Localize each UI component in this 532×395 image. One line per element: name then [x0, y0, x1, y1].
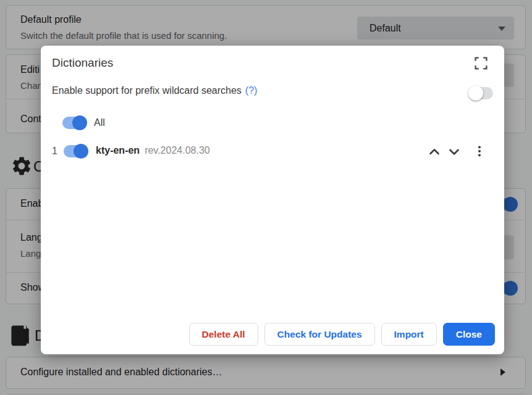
delete-all-button[interactable]: Delete All: [189, 323, 258, 346]
dictionary-toggle[interactable]: [64, 145, 87, 157]
modal-title: Dictionaries: [52, 56, 113, 70]
dictionary-index: 1: [52, 146, 57, 157]
wildcard-label: Enable support for prefix wildcard searc…: [52, 85, 242, 96]
kebab-menu-icon[interactable]: [473, 144, 486, 158]
move-up-icon[interactable]: [428, 145, 441, 159]
wildcard-row: Enable support for prefix wildcard searc…: [52, 85, 257, 96]
fullscreen-icon[interactable]: [473, 56, 488, 70]
dictionaries-modal: Dictionaries Enable support for prefix w…: [41, 46, 504, 354]
wildcard-help-link[interactable]: (?): [245, 85, 258, 96]
close-button[interactable]: Close: [443, 323, 495, 346]
dictionary-revision: rev.2024.08.30: [145, 145, 210, 156]
wildcard-toggle[interactable]: [470, 87, 493, 99]
check-for-updates-button[interactable]: Check for Updates: [264, 323, 375, 346]
all-toggle-label: All: [94, 117, 105, 128]
modal-footer: Delete All Check for Updates Import Clos…: [189, 323, 495, 346]
dictionary-name: kty-en-en: [96, 145, 140, 156]
import-button[interactable]: Import: [381, 323, 437, 346]
move-down-icon[interactable]: [447, 145, 461, 159]
all-dictionaries-toggle[interactable]: [62, 117, 86, 129]
